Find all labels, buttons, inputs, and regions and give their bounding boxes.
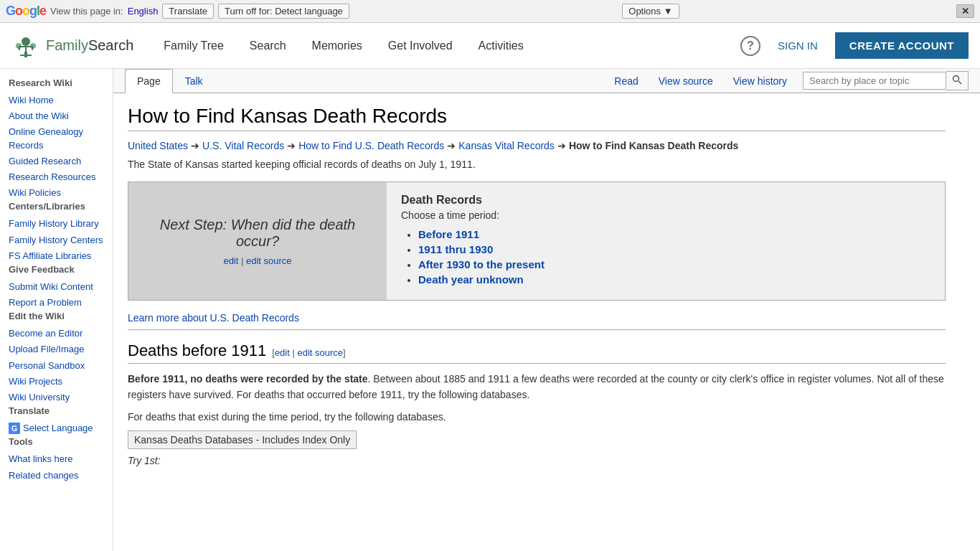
- list-item-1911-1930: 1911 thru 1930: [418, 243, 930, 255]
- breadcrumb-vital-records[interactable]: U.S. Vital Records: [202, 140, 284, 151]
- death-records-title: Death Records: [401, 194, 930, 207]
- content-area: Page Talk Read View source View history: [113, 69, 980, 551]
- try-first: Try 1st:: [128, 455, 946, 466]
- create-account-button[interactable]: CREATE ACCOUNT: [835, 32, 969, 59]
- sidebar-item-related-changes[interactable]: Related changes: [9, 468, 104, 484]
- google-logo: Google: [6, 4, 46, 19]
- sidebar-section-translate: Translate G Select Language: [9, 405, 104, 436]
- translate-bar: Google View this page in: English Transl…: [0, 0, 980, 23]
- sidebar-item-upload-file[interactable]: Upload File/Image: [9, 342, 104, 357]
- info-box-edit[interactable]: edit: [223, 255, 238, 266]
- logo-icon: [11, 32, 40, 60]
- sidebar-title-research-wiki: Research Wiki: [9, 77, 104, 88]
- options-button[interactable]: Options ▼: [622, 4, 679, 19]
- svg-rect-7: [19, 46, 20, 50]
- db-heading: Kansas Deaths Databases - Includes Index…: [128, 430, 357, 449]
- info-box-left: Next Step: When did the death occur? edi…: [128, 182, 387, 300]
- option-after-1930[interactable]: After 1930 to the present: [418, 258, 545, 270]
- sidebar-item-fs-affiliate[interactable]: FS Affiliate Libraries: [9, 248, 104, 264]
- section1-heading: Deaths before 1911 [edit | edit source]: [128, 342, 946, 364]
- svg-rect-8: [32, 46, 33, 50]
- sign-in-button[interactable]: SIGN IN: [769, 34, 826, 57]
- option-unknown[interactable]: Death year unknown: [418, 273, 524, 286]
- help-icon[interactable]: ?: [740, 36, 760, 56]
- breadcrumb-sep-4: ➔: [557, 140, 566, 151]
- info-box: Next Step: When did the death occur? edi…: [128, 182, 946, 301]
- sidebar-item-wiki-policies[interactable]: Wiki Policies: [9, 185, 104, 201]
- list-item-before1911: Before 1911: [418, 228, 930, 240]
- sidebar-section-edit: Edit the Wiki Become an Editor Upload Fi…: [9, 311, 104, 405]
- page-layout: Research Wiki Wiki Home About the Wiki O…: [0, 69, 980, 551]
- sidebar-item-wiki-projects[interactable]: Wiki Projects: [9, 374, 104, 390]
- sidebar-item-become-editor[interactable]: Become an Editor: [9, 326, 104, 342]
- info-box-edit-source[interactable]: edit source: [246, 255, 292, 266]
- wiki-search: [803, 71, 969, 90]
- option-before1911[interactable]: Before 1911: [418, 228, 479, 240]
- section-divider: [128, 329, 946, 330]
- learn-more-link[interactable]: Learn more about U.S. Death Records: [128, 312, 299, 324]
- sidebar-item-what-links[interactable]: What links here: [9, 451, 104, 467]
- nav-get-involved[interactable]: Get Involved: [375, 23, 466, 69]
- option-1911-1930[interactable]: 1911 thru 1930: [418, 243, 493, 255]
- svg-point-9: [953, 76, 959, 82]
- close-button[interactable]: ✕: [956, 4, 974, 18]
- nav-memories[interactable]: Memories: [299, 23, 375, 69]
- learn-more-section: Learn more about U.S. Death Records: [128, 312, 946, 324]
- nav-search[interactable]: Search: [237, 23, 299, 69]
- list-item-after-1930: After 1930 to the present: [418, 258, 930, 270]
- nav-links: Family Tree Search Memories Get Involved…: [151, 23, 740, 69]
- sidebar-item-family-history-centers[interactable]: Family History Centers: [9, 232, 104, 248]
- sidebar-item-report-problem[interactable]: Report a Problem: [9, 295, 104, 311]
- translate-button[interactable]: Translate: [162, 4, 214, 19]
- sidebar-item-submit-wiki[interactable]: Submit Wiki Content: [9, 279, 104, 295]
- tab-talk[interactable]: Talk: [173, 69, 215, 93]
- svg-line-10: [958, 81, 961, 84]
- breadcrumb: United States ➔ U.S. Vital Records ➔ How…: [128, 140, 946, 151]
- sidebar-section-tools: Tools What links here Related changes: [9, 436, 104, 483]
- search-input[interactable]: [803, 72, 946, 90]
- section1-bold: Before 1911, no deaths were recorded by …: [128, 373, 368, 385]
- breadcrumb-sep-3: ➔: [447, 140, 456, 151]
- info-box-right: Death Records Choose a time period: Befo…: [387, 182, 945, 300]
- nav-family-tree[interactable]: Family Tree: [151, 23, 237, 69]
- section1-body1: Before 1911, no deaths were recorded by …: [128, 371, 946, 403]
- tab-read[interactable]: Read: [604, 70, 648, 93]
- logo[interactable]: FamilySearch: [11, 32, 133, 60]
- sidebar: Research Wiki Wiki Home About the Wiki O…: [0, 69, 113, 551]
- sidebar-item-guided-research[interactable]: Guided Research: [9, 154, 104, 169]
- section1-edit-source-link[interactable]: edit source: [297, 347, 343, 358]
- view-page-text: View this page in:: [50, 6, 123, 17]
- english-link[interactable]: English: [128, 6, 159, 17]
- sidebar-item-about-wiki[interactable]: About the Wiki: [9, 108, 104, 124]
- article-title: How to Find Kansas Death Records: [128, 105, 946, 131]
- sidebar-section-feedback: Give Feedback Submit Wiki Content Report…: [9, 264, 104, 311]
- nav-activities[interactable]: Activities: [466, 23, 537, 69]
- svg-rect-1: [20, 55, 32, 56]
- search-button[interactable]: [946, 71, 969, 90]
- sidebar-item-research-resources[interactable]: Research Resources: [9, 169, 104, 185]
- tab-view-history[interactable]: View history: [723, 70, 797, 93]
- sidebar-title-tools: Tools: [9, 436, 104, 447]
- sidebar-item-online-genealogy[interactable]: Online Genealogy Records: [9, 124, 104, 153]
- sidebar-item-wiki-home[interactable]: Wiki Home: [9, 93, 104, 108]
- svg-rect-6: [25, 46, 27, 52]
- sidebar-item-select-language[interactable]: G Select Language: [9, 420, 104, 436]
- breadcrumb-kansas-vital[interactable]: Kansas Vital Records: [458, 140, 555, 151]
- google-g-icon: G: [9, 423, 20, 434]
- breadcrumb-us-death[interactable]: How to Find U.S. Death Records: [298, 140, 444, 151]
- section1-edit: [edit | edit source]: [272, 347, 345, 358]
- death-record-options: Before 1911 1911 thru 1930 After 1930 to…: [401, 228, 930, 286]
- breadcrumb-us[interactable]: United States: [128, 140, 188, 151]
- wiki-tabs: Page Talk Read View source View history: [113, 69, 980, 93]
- sidebar-item-personal-sandbox[interactable]: Personal Sandbox: [9, 358, 104, 374]
- sidebar-section-research-wiki: Research Wiki Wiki Home About the Wiki O…: [9, 77, 104, 201]
- tab-page[interactable]: Page: [125, 69, 173, 93]
- turn-off-button[interactable]: Turn off for: Detect language: [218, 4, 349, 19]
- next-step-text: Next Step: When did the death occur?: [143, 217, 372, 250]
- section1-edit-link[interactable]: edit: [275, 347, 290, 358]
- article-content: How to Find Kansas Death Records United …: [113, 93, 960, 484]
- sidebar-title-centers: Centers/Libraries: [9, 201, 104, 212]
- sidebar-item-wiki-university[interactable]: Wiki University: [9, 390, 104, 405]
- tab-view-source[interactable]: View source: [649, 70, 723, 93]
- sidebar-item-family-history-library[interactable]: Family History Library: [9, 216, 104, 232]
